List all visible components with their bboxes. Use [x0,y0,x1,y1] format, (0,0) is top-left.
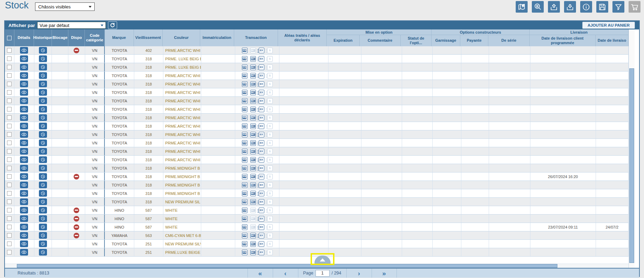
transaction-bc-icon[interactable]: BC [250,199,256,205]
transaction-ex-icon[interactable]: EX [259,65,264,70]
details-button[interactable] [20,47,28,54]
transaction-pr-icon[interactable]: PR [242,140,248,146]
details-button[interactable] [20,249,28,256]
transaction-pr-icon[interactable]: PR [242,233,248,238]
column-header-immatriculation[interactable]: Immatriculation [200,29,234,46]
transaction-pr-icon[interactable]: PR [242,149,248,154]
transaction-ex-icon[interactable]: EX [259,174,264,179]
details-button[interactable] [20,148,28,155]
history-button[interactable] [39,97,47,104]
column-header-aleas[interactable]: Aléas traités / aléas déclarés [278,29,327,46]
last-page-button[interactable]: » [372,269,397,278]
history-button[interactable] [39,173,47,180]
transaction-dollar-icon[interactable]: $ [267,123,273,129]
transaction-pr-icon[interactable]: PR [242,115,248,121]
scroll-top-button[interactable] [314,256,331,264]
row-checkbox[interactable] [7,208,12,212]
filter-button[interactable] [612,1,624,13]
details-button[interactable] [20,156,28,163]
transaction-dollar-icon[interactable]: $ [267,224,273,230]
transaction-bc-icon[interactable]: BC [250,98,256,104]
transaction-ex-icon[interactable]: EX [259,123,264,129]
details-button[interactable] [20,81,28,87]
transaction-dollar-icon[interactable]: $ [267,90,273,95]
transaction-pr-icon[interactable]: PR [242,199,248,205]
column-header-datelivcli[interactable]: Date de livraison client programmée [530,35,596,46]
save-button[interactable] [596,1,608,13]
transaction-bc-icon[interactable]: BC [250,149,256,154]
transaction-bc-icon[interactable]: BC [250,140,256,146]
details-button[interactable] [20,123,28,129]
details-button[interactable] [20,198,28,205]
refresh-button[interactable] [108,21,117,29]
transaction-pr-icon[interactable]: PR [242,48,248,53]
details-button[interactable] [20,55,28,62]
row-checkbox[interactable] [7,191,12,196]
history-button[interactable] [39,47,47,54]
details-button[interactable] [20,140,28,146]
select-all-checkbox[interactable] [7,36,12,40]
transaction-dollar-icon[interactable]: $ [267,81,273,87]
details-button[interactable] [20,182,28,188]
first-page-button[interactable]: « [247,269,272,278]
transaction-bc-icon[interactable]: BC [250,56,256,62]
row-checkbox[interactable] [7,124,12,128]
transaction-ex-icon[interactable]: EX [259,241,264,247]
row-checkbox[interactable] [7,174,12,179]
previous-page-button[interactable]: ‹ [272,269,298,278]
chassis-visibility-select[interactable]: Châssis visibles [35,2,95,11]
history-button[interactable] [39,232,47,239]
column-header-deserie[interactable]: De série [488,35,530,46]
next-page-button[interactable]: › [346,269,372,278]
column-header-blocage[interactable]: Blocage [52,29,68,46]
transaction-bc-icon[interactable]: BC [250,123,256,129]
transaction-dollar-icon[interactable]: $ [267,233,273,238]
transaction-pr-icon[interactable]: PR [242,241,248,247]
transaction-ex-icon[interactable]: EX [259,233,264,238]
details-button[interactable] [20,89,28,96]
transaction-pr-icon[interactable]: PR [242,90,248,95]
transaction-pr-icon[interactable]: PR [242,208,248,213]
transaction-bc-icon[interactable]: BC [250,216,256,222]
transaction-bc-icon[interactable]: BC [250,191,256,196]
row-checkbox[interactable] [7,56,12,61]
column-header-transaction[interactable]: Transaction [234,29,278,46]
transaction-pr-icon[interactable]: PR [242,157,248,163]
row-checkbox[interactable] [7,141,12,145]
details-button[interactable] [20,131,28,138]
column-header-commentaire[interactable]: Commentaire [360,35,401,46]
row-checkbox[interactable] [7,132,12,137]
transaction-dollar-icon[interactable]: $ [267,115,273,121]
transaction-dollar-icon[interactable]: $ [267,250,273,255]
transaction-ex-icon[interactable]: EX [259,132,264,137]
transaction-ex-icon[interactable]: EX [259,48,264,53]
transaction-bc-icon[interactable]: BC [250,107,256,112]
column-header-vieillissement[interactable]: Vieillissement [134,29,163,46]
transaction-dollar-icon[interactable]: $ [267,107,273,112]
transaction-ex-icon[interactable]: EX [259,107,264,112]
history-button[interactable] [39,165,47,171]
vertical-scrollbar-thumb[interactable] [629,68,634,263]
row-checkbox[interactable] [7,250,12,255]
row-checkbox[interactable] [7,90,12,95]
transaction-dollar-icon[interactable]: $ [267,65,273,70]
column-header-couleur[interactable]: Couleur [163,29,200,46]
details-button[interactable] [20,190,28,197]
transaction-bc-icon[interactable]: BC [250,157,256,163]
transaction-ex-icon[interactable]: EX [259,56,264,62]
transaction-dollar-icon[interactable]: $ [267,98,273,104]
transaction-ex-icon[interactable]: EX [259,224,264,230]
transaction-bc-icon[interactable]: BC [250,182,256,188]
transaction-bc-icon[interactable]: BC [250,65,256,70]
transaction-dollar-icon[interactable]: $ [267,48,273,53]
history-button[interactable] [39,89,47,96]
row-checkbox[interactable] [7,73,12,78]
transaction-dollar-icon[interactable]: $ [267,199,273,205]
page-number-input[interactable] [316,270,330,277]
details-button[interactable] [20,64,28,70]
transaction-ex-icon[interactable]: EX [259,199,264,205]
row-checkbox[interactable] [7,48,12,53]
history-button[interactable] [39,131,47,138]
transaction-ex-icon[interactable]: EX [259,90,264,95]
transaction-dollar-icon[interactable]: $ [267,73,273,79]
